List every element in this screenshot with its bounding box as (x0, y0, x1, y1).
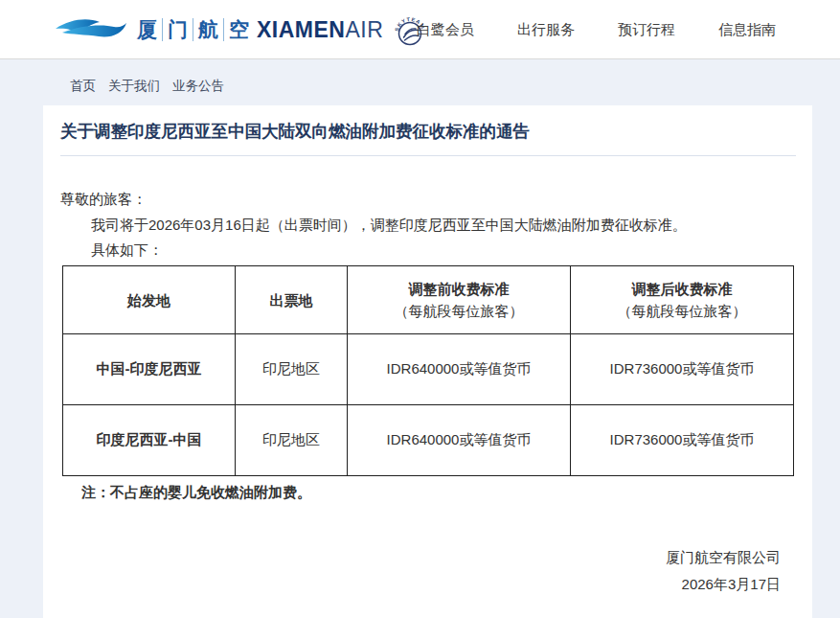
notice-paragraph-details-label: 具体如下： (91, 241, 163, 260)
breadcrumb-about-us[interactable]: 关于我们 (108, 78, 160, 95)
title-divider (60, 155, 796, 156)
breadcrumb: 首页 关于我们 业务公告 (70, 78, 224, 95)
xiamenair-bird-icon (55, 15, 127, 44)
main-nav: 白鹭会员 出行服务 预订行程 信息指南 (417, 0, 776, 59)
logo-en-light: AIR (345, 17, 383, 42)
nav-item-info-guide[interactable]: 信息指南 (718, 21, 776, 39)
table-row: 印度尼西亚-中国 印尼地区 IDR640000或等值货币 IDR736000或等… (63, 405, 794, 476)
infant-exemption-note: 注：不占座的婴儿免收燃油附加费。 (81, 484, 311, 502)
column-header-ticketing-place: 出票地 (236, 266, 348, 334)
logo-cn-char: 门 (162, 18, 193, 41)
logo-cn-char: 航 (193, 18, 223, 41)
table-header-row: 始发地 出票地 调整前收费标准 （每航段每位旅客） 调整后收费标准 （每航段每位… (63, 266, 794, 334)
notice-greeting: 尊敬的旅客： (60, 191, 147, 209)
column-header-origin: 始发地 (63, 266, 236, 334)
fee-before-cell: IDR640000或等值货币 (348, 334, 571, 405)
logo-chinese-name: 厦门航空 (132, 18, 254, 41)
site-header: 厦门航空 XIAMENAIR SKYTEAM 白鹭会员 出行服务 预订行程 信息… (0, 0, 840, 59)
breadcrumb-business-notice[interactable]: 业务公告 (172, 78, 224, 95)
signature-block: 厦门航空有限公司 2026年3月17日 (666, 544, 781, 598)
nav-item-book-itinerary[interactable]: 预订行程 (618, 21, 675, 39)
company-signature: 厦门航空有限公司 (666, 544, 781, 571)
fee-after-cell: IDR736000或等值货币 (571, 334, 794, 405)
breadcrumb-home[interactable]: 首页 (70, 78, 96, 95)
column-header-fee-after: 调整后收费标准 （每航段每位旅客） (571, 266, 794, 334)
logo-en-bold: XIAMEN (257, 17, 345, 42)
ticketing-cell: 印尼地区 (236, 405, 348, 476)
notice-date: 2026年3月17日 (666, 571, 781, 598)
page-title: 关于调整印度尼西亚至中国大陆双向燃油附加费征收标准的通告 (60, 121, 788, 142)
logo-cn-char: 空 (223, 18, 254, 41)
xiamenair-logo[interactable]: 厦门航空 XIAMENAIR SKYTEAM (55, 11, 428, 49)
route-cell: 印度尼西亚-中国 (63, 405, 236, 476)
fuel-surcharge-table: 始发地 出票地 调整前收费标准 （每航段每位旅客） 调整后收费标准 （每航段每位… (62, 265, 794, 476)
notice-content-card: 关于调整印度尼西亚至中国大陆双向燃油附加费征收标准的通告 尊敬的旅客： 我司将于… (43, 105, 812, 618)
nav-item-egret-member[interactable]: 白鹭会员 (417, 21, 474, 39)
logo-english-name: XIAMENAIR (257, 17, 383, 43)
fee-after-cell: IDR736000或等值货币 (571, 405, 794, 476)
nav-item-travel-services[interactable]: 出行服务 (517, 21, 575, 39)
route-cell: 中国-印度尼西亚 (63, 334, 236, 405)
notice-paragraph-effective-date: 我司将于2026年03月16日起（出票时间），调整印度尼西亚至中国大陆燃油附加费… (91, 217, 800, 235)
xiamenair-notice-page: 厦门航空 XIAMENAIR SKYTEAM 白鹭会员 出行服务 预订行程 信息… (0, 0, 840, 618)
ticketing-cell: 印尼地区 (236, 334, 348, 405)
logo-cn-char: 厦 (132, 18, 162, 41)
fee-before-cell: IDR640000或等值货币 (348, 405, 571, 476)
column-header-fee-before: 调整前收费标准 （每航段每位旅客） (348, 266, 571, 334)
table-row: 中国-印度尼西亚 印尼地区 IDR640000或等值货币 IDR736000或等… (63, 334, 794, 405)
